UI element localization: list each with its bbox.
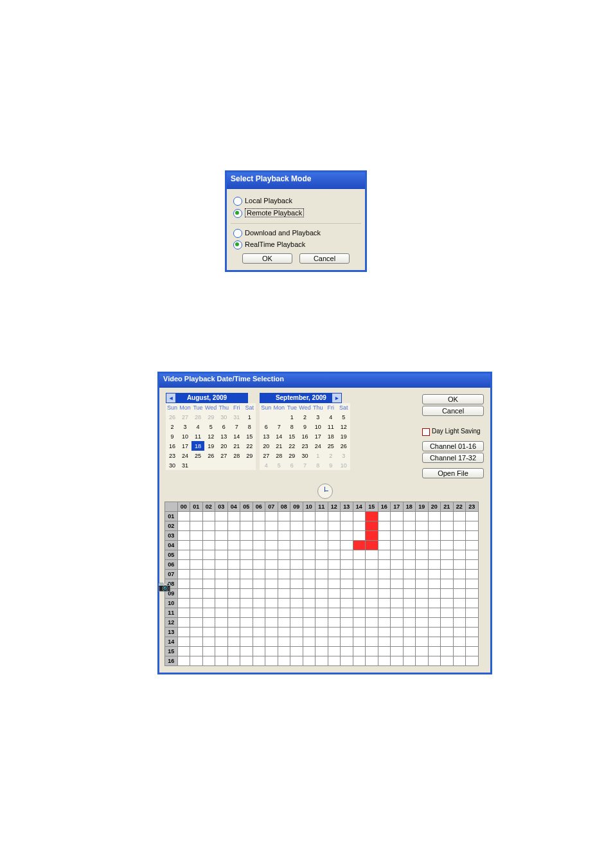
- timeline-cell[interactable]: [466, 521, 479, 530]
- calendar-day[interactable]: 9: [324, 460, 337, 470]
- calendar-day[interactable]: 13: [217, 431, 230, 441]
- timeline-cell[interactable]: [391, 521, 404, 530]
- timeline-cell[interactable]: [177, 511, 190, 521]
- timeline-cell[interactable]: [315, 550, 328, 559]
- timeline-cell[interactable]: [353, 569, 366, 579]
- timeline-cell[interactable]: [328, 530, 341, 540]
- calendar-day[interactable]: 14: [230, 431, 243, 441]
- timeline-cell[interactable]: [466, 559, 479, 569]
- calendar-day[interactable]: 25: [191, 451, 204, 460]
- timeline-cell[interactable]: [453, 550, 466, 559]
- timeline-cell[interactable]: [190, 559, 203, 569]
- timeline-cell[interactable]: [403, 511, 416, 521]
- calendar-day[interactable]: 12: [204, 431, 217, 441]
- timeline-cell[interactable]: [265, 598, 278, 608]
- timeline-cell[interactable]: [290, 627, 303, 637]
- timeline-cell[interactable]: [253, 598, 265, 608]
- timeline-cell[interactable]: [428, 530, 441, 540]
- calendar-day[interactable]: 7: [230, 422, 243, 431]
- timeline-cell[interactable]: [227, 569, 240, 579]
- timeline-cell[interactable]: [366, 627, 378, 637]
- calendar-day[interactable]: 29: [204, 412, 217, 422]
- timeline-cell[interactable]: [366, 637, 378, 646]
- timeline-cell[interactable]: [227, 608, 240, 617]
- timeline-cell[interactable]: [190, 588, 203, 598]
- radio-realtime-playback[interactable]: RealTime Playback: [233, 240, 359, 249]
- radio-local-playback[interactable]: Local Playback: [233, 197, 359, 206]
- timeline-cell[interactable]: [466, 569, 479, 579]
- timeline-cell[interactable]: [428, 511, 441, 521]
- timeline-cell[interactable]: [240, 627, 253, 637]
- timeline-cell[interactable]: [466, 530, 479, 540]
- timeline-cell[interactable]: [190, 521, 203, 530]
- timeline-cell[interactable]: [315, 540, 328, 550]
- timeline-cell[interactable]: [416, 646, 429, 656]
- timeline-cell[interactable]: [177, 579, 190, 588]
- timeline-cell[interactable]: [177, 530, 190, 540]
- timeline-cell[interactable]: [441, 540, 454, 550]
- timeline-cell[interactable]: [366, 550, 378, 559]
- timeline-cell[interactable]: [441, 637, 454, 646]
- calendar-day[interactable]: 15: [243, 431, 256, 441]
- timeline-cell[interactable]: [341, 646, 353, 656]
- timeline-cell[interactable]: [278, 608, 290, 617]
- timeline-cell[interactable]: [303, 550, 315, 559]
- timeline-cell[interactable]: [202, 646, 215, 656]
- calendar-day[interactable]: 13: [260, 431, 272, 441]
- timeline-cell[interactable]: [202, 511, 215, 521]
- timeline-cell[interactable]: [202, 559, 215, 569]
- timeline-cell[interactable]: [315, 588, 328, 598]
- timeline-cell[interactable]: [215, 559, 228, 569]
- timeline-cell[interactable]: [391, 511, 404, 521]
- timeline-cell[interactable]: [278, 530, 290, 540]
- timeline-cell[interactable]: [341, 617, 353, 627]
- timeline-cell[interactable]: [366, 579, 378, 588]
- channel-header[interactable]: 04: [165, 540, 178, 550]
- timeline-cell[interactable]: [353, 588, 366, 598]
- timeline-cell[interactable]: [190, 598, 203, 608]
- timeline-cell[interactable]: [240, 550, 253, 559]
- calendar-day[interactable]: 7: [272, 422, 285, 431]
- timeline-cell[interactable]: [215, 656, 228, 665]
- timeline-cell[interactable]: [240, 579, 253, 588]
- timeline-cell[interactable]: [403, 540, 416, 550]
- timeline-cell[interactable]: [278, 646, 290, 656]
- calendar-day[interactable]: [204, 460, 217, 470]
- timeline-cell[interactable]: [466, 579, 479, 588]
- calendar-day[interactable]: 1: [243, 412, 256, 422]
- timeline-cell[interactable]: [190, 569, 203, 579]
- timeline-cell[interactable]: [253, 617, 265, 627]
- timeline-cell[interactable]: [328, 559, 341, 569]
- timeline-cell[interactable]: [290, 617, 303, 627]
- timeline-cell[interactable]: [202, 656, 215, 665]
- timeline-cell[interactable]: [391, 569, 404, 579]
- timeline-cell[interactable]: [240, 521, 253, 530]
- calendar-day[interactable]: 28: [230, 451, 243, 460]
- timeline-cell[interactable]: [215, 511, 228, 521]
- timeline-cell[interactable]: [391, 588, 404, 598]
- timeline-cell[interactable]: [428, 608, 441, 617]
- timeline-cell[interactable]: [341, 550, 353, 559]
- timeline-cell[interactable]: [441, 511, 454, 521]
- timeline-cell[interactable]: [391, 598, 404, 608]
- cancel-button[interactable]: Cancel: [422, 406, 484, 416]
- timeline-cell[interactable]: [403, 646, 416, 656]
- timeline-cell[interactable]: [428, 617, 441, 627]
- timeline-cell[interactable]: [341, 637, 353, 646]
- timeline-cell[interactable]: [391, 540, 404, 550]
- timeline-cell[interactable]: [453, 511, 466, 521]
- calendar-day[interactable]: 24: [312, 441, 324, 451]
- timeline-cell[interactable]: [353, 656, 366, 665]
- timeline-cell[interactable]: [453, 617, 466, 627]
- timeline-cell[interactable]: [378, 637, 391, 646]
- timeline-cell[interactable]: [177, 540, 190, 550]
- calendar-day[interactable]: 12: [337, 422, 350, 431]
- timeline-cell[interactable]: [441, 598, 454, 608]
- timeline-cell[interactable]: [290, 530, 303, 540]
- timeline-cell[interactable]: [466, 617, 479, 627]
- timeline-cell[interactable]: [315, 598, 328, 608]
- timeline-cell[interactable]: [265, 656, 278, 665]
- timeline-cell[interactable]: [378, 540, 391, 550]
- timeline-cell[interactable]: [353, 617, 366, 627]
- radio-remote-playback[interactable]: Remote Playback: [233, 208, 359, 218]
